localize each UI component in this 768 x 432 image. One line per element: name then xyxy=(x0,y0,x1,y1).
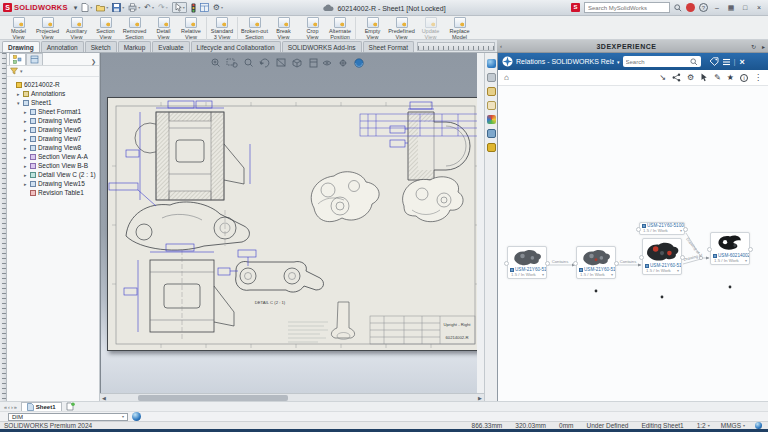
node-port-dot[interactable] xyxy=(729,286,732,289)
scroll-right-icon[interactable]: ▶ xyxy=(476,395,484,401)
dimension-style-combo[interactable]: DIM ▾ xyxy=(8,413,128,421)
node-port-dot[interactable] xyxy=(595,290,598,293)
node-expand-icon[interactable]: ▾ xyxy=(611,272,613,277)
tree-item[interactable]: ▸ Detail View C (2 : 1) xyxy=(7,170,99,179)
commandmanager-tab[interactable]: Drawing xyxy=(2,41,40,52)
drawing-sheet[interactable]: SECTION A-A SECTION B-B xyxy=(107,97,477,351)
node-port-dot[interactable] xyxy=(661,296,664,299)
node-expand-icon[interactable]: ▾ xyxy=(677,268,679,273)
tree-item[interactable]: ▸ Section View A-A xyxy=(7,152,99,161)
commandmanager-tab[interactable]: Sheet Format xyxy=(363,41,414,52)
tree-item[interactable]: ▸ Section View B-B xyxy=(7,161,99,170)
status-caret-icon[interactable]: ▾ xyxy=(743,423,745,428)
display-style-icon[interactable] xyxy=(310,59,317,67)
node-expand-icon[interactable]: ▾ xyxy=(680,228,682,233)
commandmanager-tab[interactable]: Annotation xyxy=(41,41,84,52)
commandmanager-tab[interactable]: Markup xyxy=(118,41,152,52)
add-sheet-icon[interactable] xyxy=(66,402,75,411)
file-properties-button[interactable] xyxy=(200,3,209,12)
ribbon-button[interactable]: Crop View xyxy=(298,17,327,40)
restore-button[interactable]: □ xyxy=(740,4,750,11)
apps-grid-button[interactable]: ▦ xyxy=(726,4,736,12)
panel-title[interactable]: Relations - SOLIDWORKS Relatio xyxy=(516,58,614,65)
minimize-button[interactable]: – xyxy=(712,4,722,11)
ribbon-button[interactable]: Removed Section xyxy=(120,17,149,40)
save-button[interactable]: ▾ xyxy=(112,3,124,12)
tree-item[interactable]: ▸ Sheet Format1 xyxy=(7,107,99,116)
relation-node[interactable]: USM-21Y60-51005 1.5 / In Work▾ xyxy=(642,238,682,275)
ribbon-button[interactable]: Replace Model xyxy=(445,17,474,40)
close-button[interactable]: × xyxy=(754,4,764,11)
ribbon-button[interactable]: Broken-out Section xyxy=(240,17,269,40)
ribbon-button[interactable]: Break View xyxy=(269,17,298,40)
section-view-icon[interactable] xyxy=(277,59,285,66)
panel-title-chevron-icon[interactable]: ▾ xyxy=(617,59,620,65)
ribbon-button[interactable]: Section View xyxy=(91,17,120,40)
commandmanager-tab[interactable]: SOLIDWORKS Add-Ins xyxy=(282,41,362,52)
view-settings-icon[interactable] xyxy=(339,59,346,66)
redo-button[interactable]: ↷▾ xyxy=(158,3,168,12)
rebuild-button[interactable] xyxy=(191,3,196,13)
status-caret-icon[interactable]: ▾ xyxy=(708,423,710,428)
logo-menu-chevron-icon[interactable]: ▾ xyxy=(74,4,78,12)
zoom-in-out-icon[interactable] xyxy=(245,59,253,67)
tree-item[interactable]: ▸ Drawing View15 xyxy=(7,179,99,188)
close-panel-icon[interactable]: × xyxy=(740,57,745,67)
last-sheet-icon[interactable]: » xyxy=(14,404,17,410)
3dexperience-globe-icon[interactable] xyxy=(132,412,141,421)
first-sheet-icon[interactable]: « xyxy=(4,404,7,410)
tag-icon[interactable] xyxy=(709,57,719,66)
tree-item[interactable]: ▸ Annotations xyxy=(7,89,99,98)
view-palette-icon[interactable] xyxy=(487,101,496,110)
3dexperience-taskpane-icon[interactable] xyxy=(487,59,496,68)
expand-down-icon[interactable]: ↘ xyxy=(659,73,666,82)
design-library-icon[interactable] xyxy=(487,73,496,82)
tree-item[interactable]: ▾ Sheet1 xyxy=(7,98,99,107)
prev-sheet-icon[interactable]: ‹ xyxy=(8,404,10,410)
relation-node[interactable]: USM-21Y60-51074 1.5 / In Work▾ xyxy=(576,246,616,279)
commandmanager-tab[interactable]: Sketch xyxy=(85,41,117,52)
zoom-area-icon[interactable] xyxy=(227,59,237,67)
tree-item[interactable]: ▸ Drawing View6 xyxy=(7,125,99,134)
search-icon[interactable] xyxy=(674,4,682,12)
info-icon[interactable]: i xyxy=(740,74,748,82)
tree-item[interactable]: ▸ Drawing View7 xyxy=(7,134,99,143)
user-avatar[interactable] xyxy=(686,3,695,12)
tab-featuremanager-tree[interactable] xyxy=(9,53,26,65)
view-orientation-icon[interactable] xyxy=(293,59,301,67)
hamburger-menu-icon[interactable] xyxy=(722,58,731,66)
relation-node[interactable]: USM-21Y60-51004 1.5 / In Work▾ xyxy=(639,222,685,235)
relations-graph-canvas[interactable]: Contains Contains Drawing of Drawing of … xyxy=(498,86,768,401)
edit-pencil-icon[interactable]: ✎ xyxy=(714,73,721,82)
ribbon-button[interactable]: Model View xyxy=(4,17,33,40)
custom-properties-icon[interactable] xyxy=(487,129,496,138)
ribbon-button[interactable]: Detail View xyxy=(149,17,178,40)
mysolidworks-search-input[interactable] xyxy=(584,2,670,13)
file-explorer-icon[interactable] xyxy=(487,87,496,96)
ribbon-button[interactable]: Relative View xyxy=(178,17,207,40)
ribbon-button[interactable]: Auxiliary View xyxy=(62,17,91,40)
search-icon[interactable] xyxy=(690,58,698,66)
horizontal-scrollbar[interactable]: ◀ ▶ xyxy=(100,393,484,401)
select-tool-button[interactable]: ▾ xyxy=(172,2,187,13)
drawing-graphics-area[interactable]: SECTION A-A SECTION B-B xyxy=(100,53,477,393)
panel-expand-icon[interactable]: ❯ xyxy=(91,58,96,65)
ribbon-button[interactable]: Empty View xyxy=(358,17,387,40)
relation-node[interactable]: USM-21Y60-51020 1.5 / In Work▾ xyxy=(507,246,547,279)
commandmanager-tab[interactable]: Evaluate xyxy=(152,41,189,52)
share-network-icon[interactable] xyxy=(672,73,681,82)
platform-status-icon[interactable] xyxy=(755,422,762,429)
select-cursor-icon[interactable] xyxy=(700,73,708,82)
new-document-button[interactable]: ▾ xyxy=(81,3,92,12)
tree-item[interactable]: 60214002-R xyxy=(7,80,99,89)
next-sheet-icon[interactable]: › xyxy=(11,404,13,410)
scroll-left-icon[interactable]: ◀ xyxy=(100,395,108,401)
print-button[interactable]: ▾ xyxy=(128,3,140,12)
tree-item[interactable]: ▸ Drawing View8 xyxy=(7,143,99,152)
ribbon-button[interactable]: Projected View xyxy=(33,17,62,40)
tree-item[interactable]: Revision Table1 xyxy=(7,188,99,197)
help-button[interactable]: ? xyxy=(699,3,708,12)
node-expand-icon[interactable]: ▾ xyxy=(542,272,544,277)
zoom-fit-icon[interactable] xyxy=(212,59,220,67)
kebab-menu-icon[interactable]: ⋮ xyxy=(754,73,762,82)
